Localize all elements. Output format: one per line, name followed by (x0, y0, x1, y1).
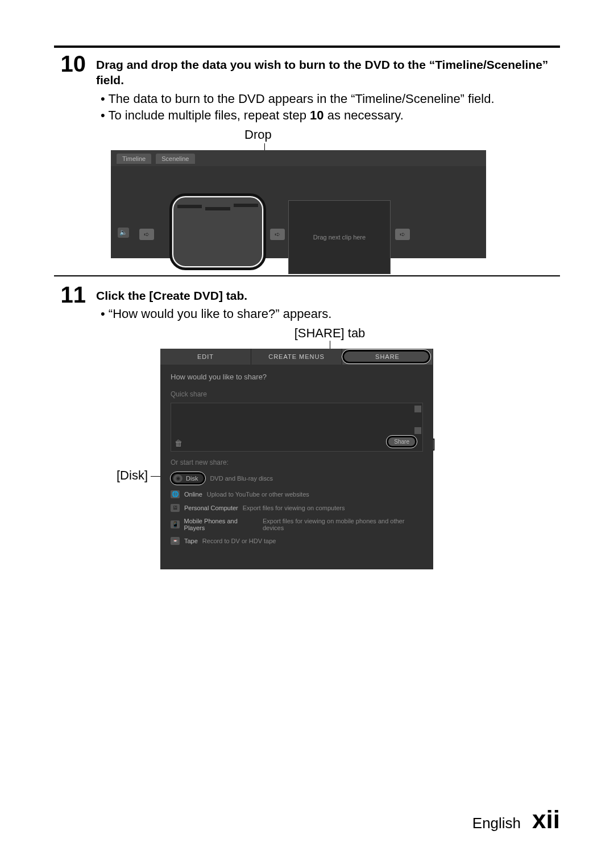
share-option-online[interactable]: 🌐 Online Upload to YouTube or other webs… (171, 490, 423, 498)
trash-icon[interactable]: 🗑 (175, 439, 182, 448)
footer-language: English (472, 815, 521, 832)
share-option-mobile[interactable]: 📱 Mobile Phones and Players Export files… (171, 518, 423, 531)
disk-callout-label: [Disk] (117, 468, 148, 483)
drop-callout-line (264, 143, 486, 150)
section-rule (54, 275, 560, 276)
share-option-disk[interactable]: ◉ Disk DVD and Blu-ray discs (171, 472, 423, 485)
drop-callout-label: Drop (244, 127, 486, 142)
share-option-tape[interactable]: 📼 Tape Record to DV or HDV tape (171, 537, 423, 545)
share-tab-highlight (342, 350, 430, 363)
next-arrow-button[interactable]: ➪ (270, 229, 285, 240)
tape-icon: 📼 (171, 537, 180, 545)
drag-placeholder-text: Drag next clip here (313, 234, 366, 241)
share-tab-callout-label: [SHARE] tab (287, 326, 372, 341)
step-title: Click the [Create DVD] tab. (96, 288, 560, 303)
share-question: How would you like to share? (171, 373, 423, 381)
next-arrow-button[interactable]: ➪ (139, 229, 154, 240)
share-button[interactable]: Share (387, 436, 417, 448)
step-10: 10 Drag and drop the data you wish to bu… (54, 52, 560, 124)
empty-clip-slot[interactable]: Drag next clip here (288, 200, 391, 274)
share-option-pc[interactable]: 🖥 Personal Computer Export files for vie… (171, 504, 423, 512)
step-11: 11 Click the [Create DVD] tab. “How woul… (54, 283, 560, 323)
next-arrow-button[interactable]: ➪ (395, 229, 410, 240)
bullet-item: “How would you like to share?” appears. (101, 305, 560, 323)
create-menus-tab[interactable]: CREATE MENUS (251, 349, 342, 365)
step-title: Drag and drop the data you wish to burn … (96, 57, 560, 88)
dropped-clip-thumbnail[interactable] (169, 193, 266, 270)
scroll-up-icon[interactable] (414, 406, 421, 412)
share-tab-callout-line (330, 341, 560, 349)
step-number: 10 (54, 52, 86, 124)
page-footer: English xii (472, 805, 560, 834)
or-start-new-label: Or start new share: (171, 458, 423, 466)
timeline-screenshot: Timeline Sceneline 🔈 ➪ ➪ Drag next clip … (111, 150, 486, 258)
quick-share-label: Quick share (171, 390, 423, 398)
footer-page-number: xii (532, 805, 560, 834)
monitor-icon: 🖥 (171, 504, 180, 512)
quick-share-list[interactable]: 🗑 Share (171, 403, 423, 452)
scroll-down-icon[interactable] (414, 427, 421, 434)
section-rule (54, 46, 560, 48)
share-panel-screenshot: EDIT CREATE MENUS SHARE How would you li… (160, 349, 433, 569)
disk-option-highlight: ◉ Disk (171, 472, 205, 485)
timeline-tab[interactable]: Timeline (117, 154, 151, 164)
phone-icon: 📱 (171, 520, 180, 528)
edit-tab[interactable]: EDIT (160, 349, 251, 365)
sceneline-tab[interactable]: Sceneline (156, 154, 194, 164)
bullet-item: The data to burn to the DVD appears in t… (101, 90, 560, 108)
disc-icon: ◉ (173, 474, 182, 482)
speaker-icon[interactable]: 🔈 (118, 228, 129, 238)
bullet-item: To include multiple files, repeat step 1… (101, 107, 560, 124)
step-number: 11 (54, 283, 86, 323)
globe-icon: 🌐 (171, 490, 180, 498)
